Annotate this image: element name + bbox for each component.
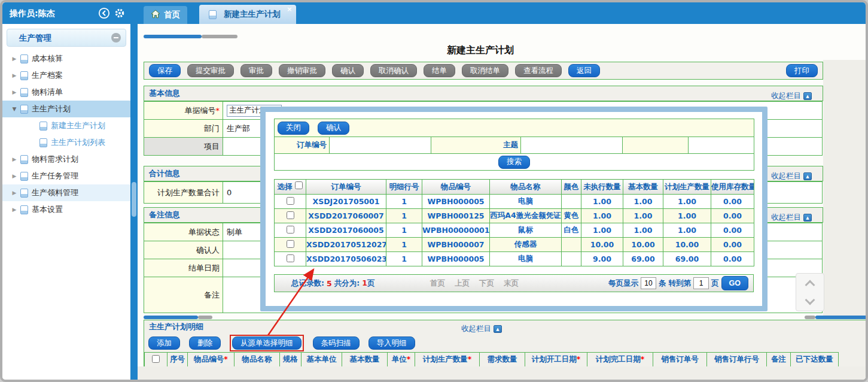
collapse-up-icon[interactable]: ▲ [494, 325, 502, 333]
tab-close-icon[interactable]: × [287, 5, 292, 13]
close-order-button[interactable]: 结单 [424, 64, 455, 77]
sidebar-item-production-picking-mgmt[interactable]: ▶生产领料管理 [2, 184, 130, 201]
sidebar-item-production-task-mgmt[interactable]: ▶生产任务管理 [2, 168, 130, 184]
detail-select-all-checkbox[interactable] [152, 355, 160, 363]
caret-right-icon[interactable]: ▶ [11, 89, 18, 95]
subject-filter-label: 主题 [431, 137, 521, 154]
cancel-close-button[interactable]: 取消结单 [462, 64, 508, 77]
row-checkbox[interactable] [287, 240, 294, 248]
collapse-detail-link[interactable]: 收起栏目 ▲ [461, 322, 857, 335]
subject-filter-input[interactable] [521, 138, 622, 153]
collapse-up-icon[interactable]: ▲ [803, 172, 812, 180]
order-row: XSDD201705120271 WPBH000007传感器 10.00 10.… [275, 238, 754, 252]
revoke-approval-button[interactable]: 撤销审批 [279, 64, 325, 77]
row-checkbox[interactable] [287, 226, 294, 234]
tab-home[interactable]: 首页 [144, 6, 187, 24]
goto-unit: 页 [711, 278, 719, 289]
sidebar-item-material-requirement-plan[interactable]: ▶物料需求计划 [2, 151, 130, 168]
sidebar-item-master-plan-list[interactable]: ▶主生产计划列表 [2, 134, 130, 151]
caret-right-icon[interactable]: ▶ [11, 190, 18, 196]
select-all-checkbox[interactable] [295, 181, 303, 189]
add-row-button[interactable]: 添加 [148, 336, 180, 350]
barcode-scan-button[interactable]: 条码扫描 [313, 336, 360, 350]
submit-approval-button[interactable]: 提交审批 [187, 64, 234, 77]
detail-grid-header: 序号 物品编号* 物品名称 规格 基本单位 基本数量 单位* 计划生产数量* 需… [144, 352, 839, 367]
sidebar-item-bom-list[interactable]: ▶物料清单 [2, 84, 130, 101]
save-button[interactable]: 保存 [149, 64, 181, 77]
document-icon [20, 105, 28, 114]
back-button[interactable]: 返回 [568, 64, 600, 77]
per-page-input[interactable] [641, 277, 656, 289]
row-checkbox[interactable] [287, 197, 294, 205]
dialog-close-button[interactable]: 关闭 [278, 122, 309, 135]
next-page-link[interactable]: 下页 [479, 278, 494, 289]
col-item-no: 物品编号 [422, 180, 490, 195]
row-checkbox[interactable] [287, 254, 294, 262]
document-icon [39, 138, 47, 147]
sidebar-item-master-production-plan[interactable]: ▼主生产计划 [2, 101, 130, 117]
bottom-horizontal-scrollbar-thumb[interactable] [198, 316, 212, 319]
col-spec: 规格 [280, 353, 301, 367]
col-color: 颜色 [562, 180, 581, 195]
goto-page-input[interactable] [693, 277, 709, 289]
bottom-right-scrollbar-thumb[interactable] [805, 316, 815, 319]
order-no-filter-input[interactable] [330, 138, 431, 153]
tab-new-master-plan[interactable]: 新建主生产计划 × [199, 5, 296, 24]
collapse-up-icon[interactable]: ▲ [803, 214, 812, 222]
caret-right-icon[interactable]: ▶ [11, 173, 18, 179]
document-icon [20, 205, 28, 214]
row-checkbox[interactable] [287, 211, 294, 219]
gear-icon[interactable] [114, 7, 126, 19]
chevron-up-icon[interactable] [805, 280, 815, 290]
col-seq: 序号 [167, 353, 188, 367]
sidebar-item-cost-accounting[interactable]: ▶成本核算 [2, 50, 130, 67]
col-demand-qty: 需求数量 [480, 353, 525, 367]
confirm-button[interactable]: 确认 [332, 64, 364, 77]
annotation-highlight-rect: 从源单选择明细 [230, 335, 304, 351]
cancel-confirm-button[interactable]: 取消确认 [370, 64, 417, 77]
col-plan-qty: 计划生产数量* [415, 353, 480, 367]
total-records-value: 5 [327, 279, 332, 288]
col-released-qty: 已下达数量 [791, 353, 839, 367]
delete-row-button[interactable]: 删除 [189, 336, 221, 350]
go-button[interactable]: GO [721, 276, 748, 290]
caret-right-icon[interactable]: ▶ [11, 156, 18, 162]
document-icon [20, 189, 28, 198]
col-base-qty: 基本数量 [342, 353, 388, 367]
sidebar-panel-header[interactable]: 生产管理 [7, 29, 126, 47]
dialog-confirm-button[interactable]: 确认 [318, 122, 349, 135]
caret-right-icon[interactable]: ▶ [11, 72, 18, 78]
search-button[interactable]: 搜索 [498, 156, 530, 169]
chevron-down-icon[interactable] [805, 295, 815, 305]
col-line-no: 明细行号 [386, 180, 422, 195]
top-horizontal-scrollbar-thumb[interactable] [202, 35, 237, 38]
from-source-button[interactable]: 从源单选择明细 [232, 336, 301, 350]
bottom-right-scrollbar[interactable] [815, 316, 868, 319]
source-order-table: 选择 订单编号 明细行号 物品编号 物品名称 颜色 未执行数量 基本数量 计划生… [274, 179, 754, 266]
bottom-horizontal-scrollbar[interactable] [144, 316, 198, 319]
sidebar-item-new-master-plan[interactable]: ▶新建主生产计划 [2, 117, 130, 134]
last-page-link[interactable]: 末页 [504, 278, 519, 289]
status-label: 单据状态 [144, 223, 223, 241]
view-flow-button[interactable]: 查看流程 [515, 64, 562, 77]
order-row: XSDD20170600071 WPBH000125西玛A4激光金额凭证 黄色1… [275, 209, 754, 223]
prev-page-link[interactable]: 上页 [455, 278, 470, 289]
caret-down-icon[interactable]: ▼ [11, 106, 18, 112]
sidebar-vertical-scrollbar[interactable] [132, 182, 136, 217]
document-icon [20, 54, 28, 63]
sidebar-item-production-archives[interactable]: ▶生产档案 [2, 67, 130, 84]
col-base-qty: 基本数量 [623, 180, 663, 195]
import-detail-button[interactable]: 导入明细 [368, 336, 415, 350]
top-horizontal-scrollbar[interactable] [144, 35, 202, 38]
caret-right-icon[interactable]: ▶ [11, 56, 18, 62]
minus-circle-icon[interactable] [111, 33, 121, 43]
sidebar-item-basic-settings[interactable]: ▶基本设置 [2, 201, 130, 218]
document-icon [20, 88, 28, 97]
caret-right-icon[interactable]: ▶ [11, 207, 18, 213]
detail-toolbar: 添加 删除 从源单选择明细 条码扫描 导入明细 [144, 334, 867, 352]
approve-button[interactable]: 审批 [240, 64, 272, 77]
print-button[interactable]: 打印 [786, 64, 818, 77]
collapse-sidebar-icon[interactable] [98, 7, 110, 19]
collapse-up-icon[interactable]: ▲ [803, 92, 812, 100]
first-page-link[interactable]: 首页 [430, 278, 445, 289]
